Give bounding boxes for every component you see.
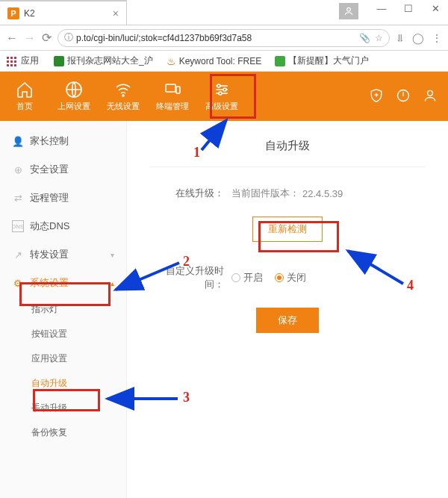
svg-point-9 bbox=[428, 90, 433, 96]
tab-title: K2 bbox=[24, 8, 108, 19]
online-upgrade-label: 在线升级： bbox=[149, 187, 231, 200]
shield-icon: ⊕ bbox=[12, 164, 24, 175]
svg-point-5 bbox=[217, 84, 220, 87]
forward-icon: ↗ bbox=[12, 249, 24, 261]
radio-icon bbox=[231, 273, 240, 282]
bookmark-item[interactable]: 报刊杂志网站大全_沪 bbox=[54, 55, 153, 67]
download-icon[interactable]: ⥥ bbox=[396, 32, 405, 44]
svg-point-0 bbox=[347, 7, 351, 11]
menu-icon[interactable]: ⋮ bbox=[432, 32, 442, 44]
close-tab-icon[interactable]: × bbox=[113, 7, 119, 19]
firmware-version: 22.4.5.39 bbox=[302, 188, 343, 199]
radio-on[interactable]: 开启 bbox=[231, 271, 263, 284]
firmware-label: 当前固件版本： bbox=[231, 187, 299, 200]
sidebar-item-system[interactable]: ⚙系统设置▴ bbox=[0, 269, 126, 297]
window-controls: — ☐ ✕ bbox=[373, 3, 444, 14]
url-text: p.to/cgi-bin/luci/;stok=cf4d1237bb69f3d7… bbox=[76, 33, 359, 43]
home-icon bbox=[16, 81, 34, 99]
radio-off[interactable]: 关闭 bbox=[275, 271, 306, 284]
radio-icon bbox=[275, 273, 284, 282]
bookmark-icon bbox=[275, 56, 285, 66]
minimize-icon[interactable]: — bbox=[373, 3, 390, 14]
apps-icon[interactable] bbox=[6, 56, 16, 66]
bookmark-icon bbox=[54, 56, 64, 66]
content-panel: 自动升级 在线升级： 当前固件版本： 22.4.5.39 重新检测 自定义升级时… bbox=[127, 121, 448, 498]
sidebar-item-remote[interactable]: ⇄远程管理 bbox=[0, 184, 126, 212]
row-custom-time: 自定义升级时间： 开启 关闭 bbox=[149, 264, 426, 291]
parental-icon: 👤 bbox=[12, 135, 24, 147]
chevron-down-icon: ▾ bbox=[111, 251, 114, 259]
bookmark-item[interactable]: ♨Keyword Tool: FREE bbox=[167, 55, 262, 67]
chevron-up-icon: ▴ bbox=[111, 279, 114, 287]
sidebar-sub-manual-upgrade[interactable]: 手动升级 bbox=[0, 396, 126, 420]
browser-titlebar: P K2 × — ☐ ✕ bbox=[0, 0, 448, 25]
nav-home[interactable]: 首页 bbox=[0, 81, 49, 112]
bookmarks-bar: 应用 报刊杂志网站大全_沪 ♨Keyword Tool: FREE 【新提醒】大… bbox=[0, 51, 448, 72]
sidebar-item-forward[interactable]: ↗转发设置▾ bbox=[0, 240, 126, 269]
close-window-icon[interactable]: ✕ bbox=[427, 3, 444, 14]
row-online-upgrade: 在线升级： 当前固件版本： 22.4.5.39 bbox=[149, 187, 426, 200]
star-icon[interactable]: ☆ bbox=[375, 33, 383, 43]
custom-time-label: 自定义升级时间： bbox=[149, 264, 231, 291]
user-icon[interactable] bbox=[423, 88, 438, 105]
dns-icon: DNS bbox=[12, 220, 24, 232]
browser-tab[interactable]: P K2 × bbox=[0, 0, 127, 25]
pin-icon[interactable]: 📎 bbox=[359, 33, 370, 43]
svg-point-6 bbox=[223, 88, 226, 91]
user-account-button[interactable] bbox=[339, 3, 358, 19]
gear-icon: ⚙ bbox=[12, 277, 24, 289]
reload-icon[interactable]: ⟳ bbox=[42, 31, 52, 45]
page-title: 自动升级 bbox=[149, 139, 426, 153]
url-field[interactable]: ⓘ p.to/cgi-bin/luci/;stok=cf4d1237bb69f3… bbox=[57, 29, 390, 47]
nav-utility-icons bbox=[369, 88, 448, 105]
site-info-icon[interactable]: ⓘ bbox=[64, 31, 73, 44]
bookmark-item[interactable]: 【新提醒】大气门户 bbox=[275, 55, 369, 67]
nav-advanced[interactable]: 高级设置 bbox=[197, 81, 246, 112]
globe-icon bbox=[65, 81, 83, 99]
sidebar-sub-backup[interactable]: 备份恢复 bbox=[0, 420, 126, 445]
shield-plus-icon[interactable] bbox=[369, 88, 384, 105]
sidebar-sub-auto-upgrade[interactable]: 自动升级 bbox=[0, 371, 126, 396]
maximize-icon[interactable]: ☐ bbox=[400, 3, 417, 14]
svg-rect-4 bbox=[176, 87, 180, 93]
power-icon[interactable] bbox=[396, 88, 411, 105]
devices-icon bbox=[164, 81, 181, 99]
sliders-icon bbox=[213, 81, 231, 99]
favicon-icon: P bbox=[7, 7, 19, 19]
flame-icon: ♨ bbox=[167, 55, 176, 67]
sidebar: 👤家长控制 ⊕安全设置 ⇄远程管理 DNS动态DNS ↗转发设置▾ ⚙系统设置▴… bbox=[0, 121, 127, 498]
sidebar-sub-led[interactable]: 指示灯 bbox=[0, 297, 126, 322]
svg-point-7 bbox=[219, 92, 222, 95]
svg-rect-3 bbox=[166, 84, 175, 92]
nav-wifi[interactable]: 无线设置 bbox=[99, 81, 148, 112]
nav-clients[interactable]: 终端管理 bbox=[148, 81, 197, 112]
address-bar: ← → ⟳ ⓘ p.to/cgi-bin/luci/;stok=cf4d1237… bbox=[0, 25, 448, 51]
sidebar-item-security[interactable]: ⊕安全设置 bbox=[0, 155, 126, 184]
recheck-button[interactable]: 重新检测 bbox=[252, 217, 323, 242]
apps-label[interactable]: 应用 bbox=[21, 55, 39, 67]
svg-point-2 bbox=[122, 95, 124, 96]
forward-icon[interactable]: → bbox=[24, 31, 36, 45]
sidebar-item-ddns[interactable]: DNS动态DNS bbox=[0, 212, 126, 240]
back-icon[interactable]: ← bbox=[6, 31, 18, 45]
sidebar-sub-button[interactable]: 按钮设置 bbox=[0, 322, 126, 346]
save-button[interactable]: 保存 bbox=[256, 308, 319, 333]
page-body: 👤家长控制 ⊕安全设置 ⇄远程管理 DNS动态DNS ↗转发设置▾ ⚙系统设置▴… bbox=[0, 121, 448, 498]
remote-icon: ⇄ bbox=[12, 192, 24, 204]
wifi-icon bbox=[114, 81, 132, 99]
nav-wan[interactable]: 上网设置 bbox=[49, 81, 99, 112]
shield-icon[interactable]: ◯ bbox=[412, 32, 424, 44]
sidebar-item-parental[interactable]: 👤家长控制 bbox=[0, 127, 126, 155]
sidebar-sub-app[interactable]: 应用设置 bbox=[0, 346, 126, 371]
router-main-nav: 首页 上网设置 无线设置 终端管理 高级设置 bbox=[0, 72, 448, 121]
divider bbox=[149, 166, 426, 167]
